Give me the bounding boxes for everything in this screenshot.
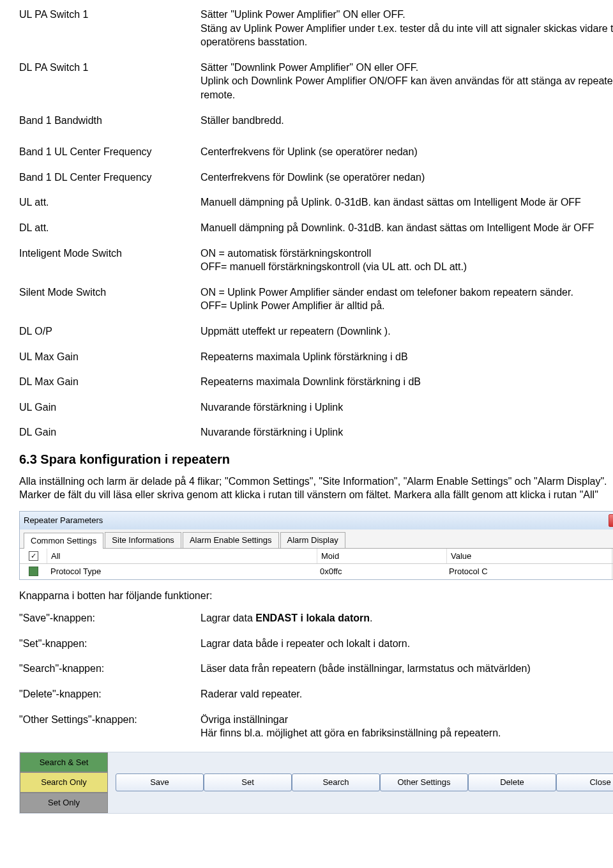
- definition-term: DL Max Gain: [19, 375, 201, 389]
- save-button[interactable]: Save: [116, 773, 204, 791]
- definition-description: Manuell dämpning på Downlink. 0-31dB. ka…: [201, 221, 613, 235]
- button-description: Lagrar data både i repeater och lokalt i…: [201, 637, 613, 651]
- definition-term: UL PA Switch 1: [19, 8, 201, 49]
- definition-description: Nuvarande förstärkning i Uplink: [201, 425, 613, 439]
- button-term: "Delete"-knappen:: [19, 687, 201, 701]
- definition-description: Repeaterns maximala Uplink förstärkning …: [201, 350, 613, 364]
- definition-term: DL O/P: [19, 324, 201, 339]
- button-bar: Search & Set Search Only Set Only Save S…: [19, 752, 613, 814]
- definition-description: Manuell dämpning på Uplink. 0-31dB. kan …: [201, 195, 613, 209]
- button-term: "Search"-knappen:: [19, 662, 201, 676]
- tab-site-informations[interactable]: Site Informations: [105, 532, 181, 548]
- grid-header: ✓ All Moid Value ▲: [20, 549, 613, 565]
- button-term: "Set"-knappen:: [19, 637, 201, 651]
- definition-description: Centerfrekvens för Uplink (se operatörer…: [201, 145, 613, 159]
- button-term: "Other Settings"-knappen:: [19, 713, 201, 740]
- delete-button[interactable]: Delete: [468, 773, 556, 791]
- definition-description: Sätter "Downlink Power Amplifier" ON ell…: [201, 61, 613, 102]
- tab-alarm-display[interactable]: Alarm Display: [280, 532, 345, 548]
- definition-description: Ställer bandbredd.: [201, 114, 613, 128]
- close-button[interactable]: Close: [556, 773, 613, 791]
- mode-set-only[interactable]: Set Only: [20, 793, 108, 813]
- section-paragraph: Alla inställning och larm är delade på 4…: [19, 475, 613, 502]
- col-all[interactable]: All: [47, 549, 317, 564]
- mode-search-only[interactable]: Search Only: [20, 772, 108, 793]
- definition-description: ON = Uplink Power Amplifier sänder endas…: [201, 286, 613, 313]
- definition-term: Band 1 DL Center Frequency: [19, 171, 201, 185]
- definition-term: Silent Mode Switch: [19, 286, 201, 313]
- definition-description: Uppmätt uteffekt ur repeatern (Downlink …: [201, 324, 613, 339]
- col-value[interactable]: Value: [446, 549, 612, 564]
- window-title: Repeater Parameters: [24, 515, 103, 526]
- definition-description: ON = automatisk förstärkningskontrollOFF…: [201, 247, 613, 274]
- definition-description: Sätter "Uplink Power Amplifier" ON eller…: [201, 8, 613, 49]
- definition-term: UL Gain: [19, 400, 201, 415]
- cell-value: Protocol C: [445, 564, 612, 579]
- definition-term: DL att.: [19, 221, 201, 235]
- definition-term: DL PA Switch 1: [19, 61, 201, 102]
- search-button[interactable]: Search: [292, 773, 380, 791]
- mode-search-and-set[interactable]: Search & Set: [20, 752, 108, 773]
- button-term: "Save"-knappen:: [19, 611, 201, 625]
- section-heading: 6.3 Spara konfiguration i repeatern: [19, 451, 613, 468]
- definition-description: Nuvarande förstärkning i Uplink: [201, 400, 613, 415]
- button-description: Läser data från repeatern (både inställn…: [201, 662, 613, 676]
- cell-name: Protocol Type: [47, 564, 316, 579]
- cell-moid: 0x0ffc: [316, 564, 445, 579]
- definition-term: DL Gain: [19, 425, 201, 439]
- definition-term: Inteligent Mode Switch: [19, 247, 201, 274]
- tab-alarm-enable-settings[interactable]: Alarm Enable Settings: [183, 532, 279, 548]
- definition-term: Band 1 Bandwidth: [19, 114, 201, 128]
- checkbox-row[interactable]: [29, 567, 38, 576]
- button-description: Raderar vald repeater.: [201, 687, 613, 701]
- close-icon[interactable]: ✕: [609, 514, 613, 527]
- col-moid[interactable]: Moid: [317, 549, 446, 564]
- definition-term: Band 1 UL Center Frequency: [19, 145, 201, 159]
- repeater-parameters-window: Repeater Parameters ✕ Common Settings Si…: [19, 511, 613, 580]
- tab-strip: Common Settings Site Informations Alarm …: [20, 529, 613, 549]
- definition-term: UL Max Gain: [19, 350, 201, 364]
- definition-term: UL att.: [19, 195, 201, 209]
- checkbox-all[interactable]: ✓: [29, 551, 38, 561]
- button-description: Lagrar data ENDAST i lokala datorn.: [201, 611, 613, 625]
- buttons-intro: Knapparna i botten har följande funktion…: [19, 589, 613, 603]
- other-settings-button[interactable]: Other Settings: [380, 773, 468, 791]
- grid-row-protocol-type[interactable]: Protocol Type 0x0ffc Protocol C: [20, 564, 613, 579]
- button-description: Övriga inställningarHär finns bl.a. möjl…: [201, 713, 613, 740]
- definition-description: Repeaterns maximala Downlink förstärknin…: [201, 375, 613, 389]
- set-button[interactable]: Set: [204, 773, 292, 791]
- tab-common-settings[interactable]: Common Settings: [24, 533, 103, 549]
- definition-description: Centerfrekvens för Dowlink (se operatöre…: [201, 171, 613, 185]
